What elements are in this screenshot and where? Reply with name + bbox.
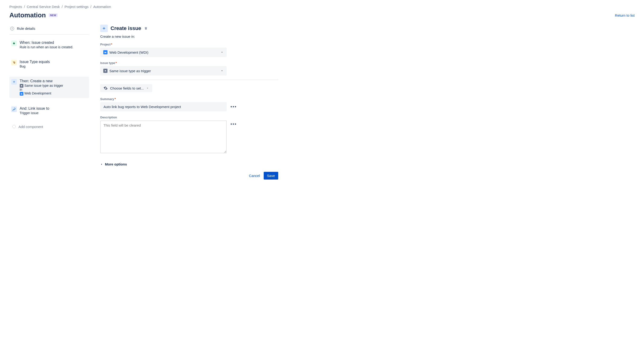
form-title-row: Create issue bbox=[100, 25, 283, 32]
chevron-down-icon bbox=[220, 69, 224, 73]
summary-more-icon[interactable]: ••• bbox=[230, 103, 238, 110]
summary-input[interactable] bbox=[100, 102, 227, 111]
crumb-service-desk[interactable]: Central Service Desk bbox=[27, 5, 60, 9]
choose-fields-label: Choose fields to set... bbox=[110, 86, 144, 90]
new-badge: NEW bbox=[49, 13, 58, 17]
chevron-down-icon bbox=[220, 51, 224, 54]
issue-type-select[interactable]: Same issue type as trigger bbox=[100, 66, 227, 76]
chain-then-title: Then: Create a new bbox=[20, 79, 63, 83]
chain-item-condition[interactable]: Issue Type equals Bug bbox=[9, 58, 89, 71]
save-button[interactable]: Save bbox=[264, 172, 278, 180]
choose-fields-button[interactable]: Choose fields to set... bbox=[100, 84, 152, 92]
crumb-project-settings[interactable]: Project settings bbox=[64, 5, 88, 9]
description-more-icon[interactable]: ••• bbox=[230, 121, 238, 128]
info-icon bbox=[10, 27, 14, 31]
form-footer: Cancel Save bbox=[100, 172, 278, 180]
description-textarea[interactable] bbox=[100, 121, 227, 153]
cancel-button[interactable]: Cancel bbox=[246, 172, 263, 180]
return-to-list-link[interactable]: Return to list bbox=[615, 13, 635, 17]
project-avatar-icon bbox=[103, 50, 108, 54]
lightning-icon bbox=[11, 41, 17, 46]
shuffle-icon bbox=[11, 60, 17, 65]
form-subtitle: Create a new issue in: bbox=[100, 35, 283, 39]
required-asterisk: * bbox=[114, 97, 116, 101]
summary-label: Summary* bbox=[100, 97, 283, 101]
rule-chain-panel: Rule details When: Issue created Rule is… bbox=[9, 25, 89, 130]
chain-item-and-link[interactable]: And: Link issue to Trigger issue bbox=[9, 104, 89, 117]
link-icon bbox=[11, 106, 17, 112]
description-label: Description bbox=[100, 116, 283, 119]
page-header: Automation NEW Return to list bbox=[9, 12, 635, 19]
more-options-toggle[interactable]: More options bbox=[100, 162, 127, 166]
create-issue-icon bbox=[100, 25, 108, 32]
chain-condition-title: Issue Type equals bbox=[20, 60, 50, 64]
add-component-label: Add component bbox=[18, 125, 43, 129]
breadcrumb-sep: / bbox=[24, 5, 25, 9]
add-circle-icon bbox=[12, 125, 16, 128]
project-icon bbox=[20, 92, 24, 96]
rule-details-label: Rule details bbox=[17, 27, 35, 31]
chain-and-sub: Trigger issue bbox=[20, 111, 49, 115]
crumb-projects[interactable]: Projects bbox=[9, 5, 22, 9]
project-value: Web Development (WDI) bbox=[109, 50, 148, 54]
action-form-panel: Create issue Create a new issue in: Proj… bbox=[100, 25, 283, 180]
chain-item-when[interactable]: When: Issue created Rule is run when an … bbox=[9, 38, 89, 51]
form-title: Create issue bbox=[110, 25, 141, 32]
chain-when-title: When: Issue created bbox=[20, 41, 73, 45]
chain-item-then-create[interactable]: Then: Create a new Same issue type as tr… bbox=[9, 77, 89, 98]
gear-icon bbox=[104, 86, 108, 90]
issue-type-label: Issue type* bbox=[100, 61, 283, 65]
breadcrumb: Projects / Central Service Desk / Projec… bbox=[9, 5, 635, 9]
breadcrumb-sep: / bbox=[62, 5, 62, 9]
issue-type-value: Same issue type as trigger bbox=[109, 69, 151, 73]
required-asterisk: * bbox=[111, 43, 112, 46]
chain-condition-sub: Bug bbox=[20, 65, 50, 68]
chevron-down-icon bbox=[146, 87, 149, 90]
header-left: Automation NEW bbox=[9, 12, 58, 19]
chain-and-title: And: Link issue to bbox=[20, 106, 49, 111]
delete-action-icon[interactable] bbox=[144, 27, 148, 30]
breadcrumb-sep: / bbox=[90, 5, 91, 9]
rule-details-row[interactable]: Rule details bbox=[9, 25, 89, 35]
svg-point-0 bbox=[21, 85, 22, 87]
svg-point-1 bbox=[105, 70, 106, 72]
crumb-automation[interactable]: Automation bbox=[93, 5, 111, 9]
chain-when-sub: Rule is run when an issue is created. bbox=[20, 45, 73, 49]
add-component-button[interactable]: Add component bbox=[9, 123, 89, 130]
plus-icon bbox=[11, 79, 17, 85]
issue-type-avatar-icon bbox=[103, 69, 108, 73]
project-label: Project* bbox=[100, 43, 283, 46]
chain-then-sub: Same issue type as trigger in Web Develo… bbox=[20, 84, 63, 95]
issue-type-icon bbox=[20, 84, 24, 88]
more-options-label: More options bbox=[105, 162, 127, 166]
required-asterisk: * bbox=[116, 61, 117, 65]
project-select[interactable]: Web Development (WDI) bbox=[100, 48, 227, 57]
chevron-right-icon bbox=[100, 163, 103, 166]
page-title: Automation bbox=[9, 12, 46, 19]
